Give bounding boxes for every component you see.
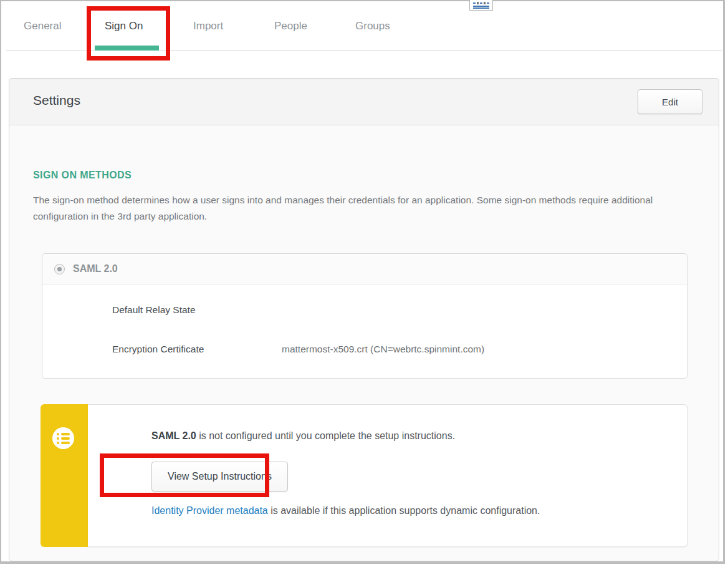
edit-button[interactable]: Edit [638, 89, 702, 114]
embedded-doc-icon [469, 0, 493, 11]
saml-method-box: SAML 2.0 Default Relay State Encryption … [42, 253, 687, 379]
callout-message-bold: SAML 2.0 [151, 430, 196, 441]
settings-panel-header: Settings Edit [9, 79, 719, 125]
saml-method-label: SAML 2.0 [73, 263, 118, 274]
saml-method-header: SAML 2.0 [42, 254, 687, 284]
radio-selected-icon[interactable] [54, 264, 65, 274]
field-label: Encryption Certificate [112, 344, 282, 355]
tab-groups[interactable]: Groups [355, 20, 390, 32]
saml-method-body: Default Relay State Encryption Certifica… [42, 284, 687, 378]
field-row-default-relay-state: Default Relay State [112, 304, 687, 316]
field-value: mattermost-x509.crt (CN=webrtc.spinmint.… [282, 344, 484, 355]
identity-provider-metadata-link[interactable]: Identity Provider metadata [151, 505, 268, 516]
tab-general[interactable]: General [24, 20, 61, 32]
callout-message: SAML 2.0 is not configured until you com… [151, 430, 455, 442]
annotation-box-setup-button [100, 453, 269, 497]
tab-people[interactable]: People [274, 20, 307, 32]
field-label: Default Relay State [112, 304, 282, 316]
metadata-link-rest: is available if this application support… [268, 505, 540, 516]
sign-on-methods-heading: SIGN ON METHODS [33, 170, 132, 181]
callout-message-rest: is not configured until you complete the… [196, 430, 455, 441]
field-row-encryption-certificate: Encryption Certificate mattermost-x509.c… [112, 344, 687, 355]
metadata-link-line: Identity Provider metadata is available … [151, 505, 540, 516]
list-icon [52, 427, 74, 449]
callout-yellow-stripe [41, 404, 88, 547]
annotation-box-sign-on-tab [87, 6, 170, 61]
sign-on-methods-description: The sign-on method determines how a user… [33, 192, 696, 225]
tab-import[interactable]: Import [193, 20, 223, 32]
page-title: Settings [33, 93, 80, 108]
